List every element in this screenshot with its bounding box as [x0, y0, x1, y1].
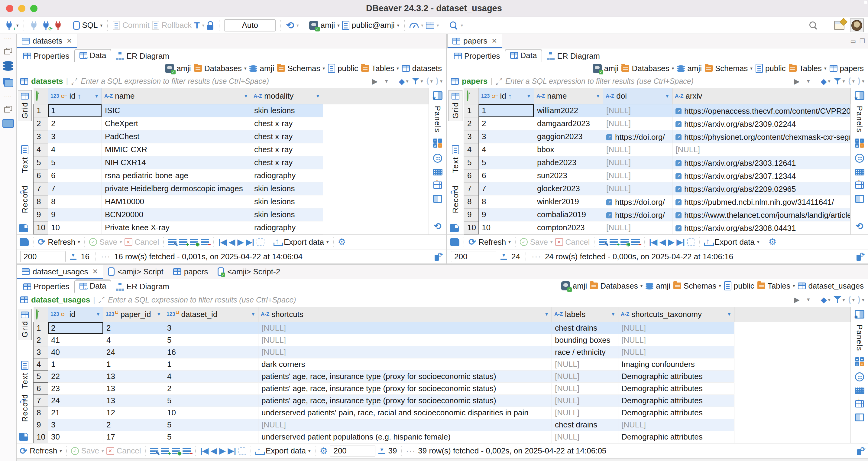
column-filter-icon[interactable]: ▼ [251, 311, 256, 317]
row-number[interactable]: 5 [34, 156, 48, 169]
cell[interactable]: ↗https://pubmed.ncbi.nlm.nih.gov/3141164… [673, 195, 850, 208]
close-icon[interactable]: ✕ [92, 268, 98, 276]
row-number[interactable]: 3 [464, 130, 479, 143]
edit-row-button[interactable] [599, 238, 607, 246]
delete-row-button[interactable] [631, 238, 640, 246]
more-dots-icon[interactable]: ··· [101, 252, 111, 261]
expand-filter-icon[interactable] [71, 78, 78, 85]
minimize-view-icon[interactable]: ▭ [850, 37, 856, 45]
cell[interactable]: 22 [48, 371, 103, 383]
cell[interactable]: radiography [251, 221, 323, 234]
last-row-button[interactable]: ▶| [677, 237, 685, 247]
calc-panel-icon[interactable]: −+x= [433, 139, 442, 148]
save-button[interactable]: ✓Save▾ [71, 446, 104, 456]
refresh-button[interactable]: ⟳Refresh▾ [38, 237, 80, 247]
row-number[interactable]: 1 [34, 322, 48, 334]
filter-input[interactable] [108, 294, 791, 305]
filter-forward-button[interactable]: ⟩▾ [858, 295, 864, 305]
grid-view-tab[interactable]: Grid [18, 309, 32, 340]
transaction-lock-button[interactable] [207, 21, 214, 30]
panels-config-icon[interactable] [855, 310, 864, 319]
breadcrumb-tables[interactable]: Tables▾ [789, 64, 827, 73]
cell[interactable]: ↗https://doi.org/ [603, 130, 673, 143]
cell[interactable]: glocker2023 [534, 182, 603, 195]
column-filter-icon[interactable]: ▼ [156, 311, 161, 317]
filters-menu-button[interactable]: ▾ [834, 78, 845, 85]
cell[interactable]: rsna-pediatric-bone-age [102, 169, 251, 182]
breadcrumb-schemas[interactable]: Schemas▾ [705, 64, 752, 73]
cell[interactable]: sun2023 [534, 169, 603, 182]
breadcrumb-database[interactable]: amji [249, 64, 274, 73]
breadcrumb-schema[interactable]: public [755, 64, 786, 73]
generate-data-icon[interactable] [855, 181, 864, 189]
breadcrumb-databases[interactable]: Databases▾ [621, 64, 674, 73]
cell[interactable]: 10 [48, 221, 102, 234]
cell[interactable]: 3 [164, 322, 258, 334]
cell[interactable]: ↗https://arxiv.org/abs/2309.02244 [673, 117, 850, 130]
grid-view-tab[interactable]: Grid [448, 90, 462, 121]
row-number[interactable]: 4 [464, 143, 479, 156]
cell[interactable]: [NULL] [603, 221, 673, 234]
dataset-usages-grid[interactable]: 123id▼ 123paper_id▼ 123dataset_id▼ A-Zsh… [33, 307, 850, 443]
cell[interactable]: skin lesions [251, 208, 323, 221]
cell[interactable]: ISIC [102, 104, 251, 117]
column-filter-icon[interactable]: ▼ [611, 311, 616, 317]
breadcrumb-connection[interactable]: amji [561, 281, 587, 291]
row-number[interactable]: 9 [464, 208, 479, 221]
cell[interactable]: 5 [164, 334, 258, 346]
cell[interactable]: 1 [103, 358, 164, 371]
cell[interactable]: ↗https://doi.org/ [603, 195, 673, 208]
focus-cell-button[interactable] [239, 447, 246, 455]
breadcrumb-connection[interactable]: amji [593, 64, 619, 73]
cell[interactable]: [NULL] [603, 117, 673, 130]
cell[interactable]: chest drains [552, 322, 618, 334]
cell[interactable]: 5 [48, 156, 102, 169]
filters-menu-button[interactable]: ▾ [412, 78, 423, 85]
breadcrumb-tables[interactable]: Tables▾ [361, 64, 399, 73]
cell[interactable]: patients' age, race, insurance type (pro… [258, 383, 552, 395]
breadcrumb-schema[interactable]: public [328, 64, 358, 73]
cell[interactable]: 3 [479, 130, 534, 143]
open-in-new-icon[interactable] [450, 238, 459, 246]
cell[interactable]: chest x-ray [251, 117, 323, 130]
row-number[interactable]: 1 [34, 104, 48, 117]
column-filter-icon[interactable]: ▼ [95, 311, 101, 317]
erase-filter-button[interactable]: ◆▾ [821, 296, 831, 304]
open-perspective-icon[interactable] [834, 21, 844, 30]
subtab-properties[interactable]: Properties [19, 281, 74, 293]
breadcrumb-connection[interactable]: amji [165, 64, 191, 73]
record-book-icon[interactable] [450, 224, 459, 232]
panels-config-icon[interactable] [855, 91, 864, 100]
cell[interactable]: skin lesions [251, 104, 323, 117]
cell[interactable]: underserved patients' pain, race, racial… [258, 407, 552, 419]
gear-icon[interactable]: ⚙ [338, 237, 346, 247]
row-number[interactable]: 3 [34, 346, 48, 358]
switch-presentation-icon[interactable] [435, 252, 442, 261]
cell[interactable]: Demographic attributes [618, 407, 735, 419]
rollback-button[interactable]: Rollback [152, 21, 192, 30]
fetch-size-icon[interactable] [69, 253, 77, 260]
cell[interactable]: [NULL] [603, 143, 673, 156]
row-number[interactable]: 8 [464, 195, 479, 208]
apply-filter-icon[interactable]: ▶ [794, 295, 799, 304]
tab-papers[interactable]: papers ✕ [447, 34, 502, 48]
breadcrumb-database[interactable]: amji [646, 281, 670, 291]
row-number[interactable]: 5 [464, 156, 479, 169]
text-view-tab[interactable]: Text [18, 143, 32, 175]
cell[interactable]: 21 [48, 407, 103, 419]
breadcrumb-tables[interactable]: Tables▾ [757, 281, 795, 291]
minimized-editor-icon[interactable] [2, 119, 14, 128]
row-number[interactable]: 6 [34, 169, 48, 182]
value-viewer-icon[interactable] [855, 154, 864, 163]
active-connection-selector[interactable]: amji▾ [309, 21, 340, 30]
first-row-button[interactable]: |◀ [200, 446, 208, 456]
add-row-button[interactable] [161, 447, 169, 455]
cell[interactable]: pahde2023 [534, 156, 603, 169]
breadcrumb-table[interactable]: dataset_usages [798, 281, 864, 291]
column-filter-icon[interactable]: ▼ [544, 311, 549, 317]
cell[interactable]: 2 [48, 117, 102, 130]
fetch-limit-input[interactable] [330, 445, 375, 457]
fetch-size-icon[interactable] [378, 447, 385, 455]
record-mode-label[interactable]: Record [448, 185, 462, 213]
cell[interactable]: BCN20000 [102, 208, 251, 221]
